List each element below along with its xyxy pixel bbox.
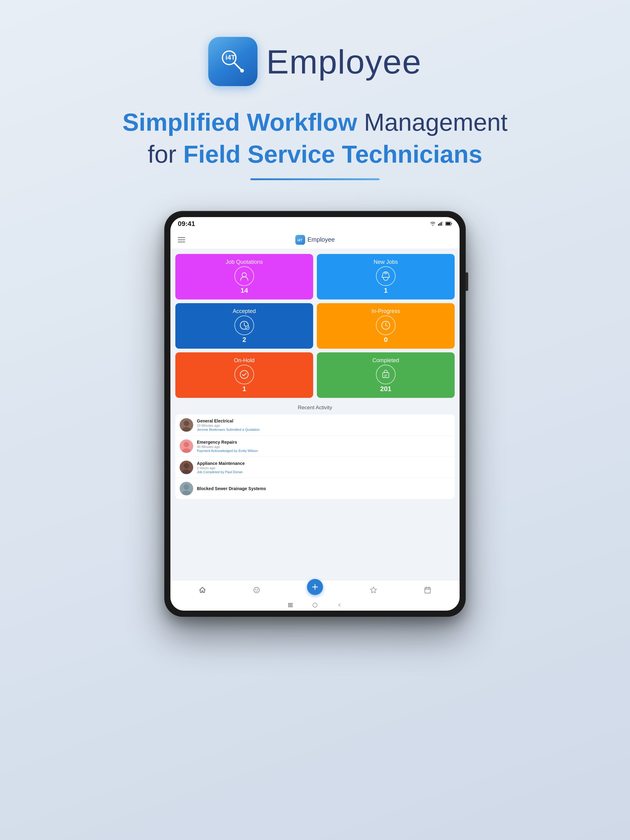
tablet-device: 09:41 — [164, 211, 466, 617]
activity-name-3: Appliance Maintenance — [197, 461, 450, 466]
activity-desc-2: Payment Acknowledged by Emily Wilson — [197, 449, 450, 453]
svg-rect-36 — [288, 606, 290, 607]
svg-rect-6 — [441, 222, 442, 226]
activity-item-4[interactable]: Blocked Sewer Drainage Systems — [175, 478, 455, 499]
avatar-1 — [180, 418, 193, 432]
app-header: i4T Employee — [171, 231, 459, 249]
activity-info-2: Emergency Repairs 40 Minutes ago Payment… — [197, 440, 450, 453]
card-new-jobs[interactable]: New Jobs 1 — [317, 254, 455, 300]
activity-time-1: 10 Minutes ago — [197, 424, 450, 427]
card-in-progress[interactable]: In-Progress 0 — [317, 303, 455, 349]
mini-app-icon: i4T — [295, 235, 305, 245]
svg-point-23 — [182, 469, 191, 474]
svg-point-27 — [255, 589, 256, 590]
activity-name-2: Emergency Repairs — [197, 440, 450, 445]
svg-point-21 — [182, 448, 191, 453]
activity-item-2[interactable]: Emergency Repairs 40 Minutes ago Payment… — [175, 436, 455, 457]
svg-point-11 — [242, 273, 246, 277]
activity-info-4: Blocked Sewer Drainage Systems — [197, 486, 450, 491]
activity-list: General Electrical 10 Minutes ago Jerome… — [175, 414, 455, 499]
svg-point-25 — [182, 491, 191, 495]
card-in-progress-title: In-Progress — [371, 308, 400, 314]
svg-rect-34 — [290, 605, 291, 606]
tablet-screen: 09:41 — [171, 217, 459, 611]
card-completed[interactable]: Completed 201 — [317, 352, 455, 398]
card-accepted[interactable]: Accepted 2 — [175, 303, 313, 349]
svg-rect-33 — [288, 605, 290, 606]
card-accepted-title: Accepted — [233, 308, 256, 314]
svg-rect-37 — [290, 606, 291, 607]
android-home[interactable] — [312, 602, 318, 608]
header-logo: i4T Employee — [295, 235, 335, 245]
activity-time-3: 2 Hours ago — [197, 466, 450, 470]
svg-text:i4T: i4T — [225, 54, 235, 61]
tagline: Simplified Workflow Management for Field… — [122, 107, 508, 169]
card-job-quotations[interactable]: Job Quotations 14 — [175, 254, 313, 300]
power-button — [466, 272, 468, 291]
card-on-hold-count: 1 — [242, 385, 246, 393]
android-home-icon — [312, 602, 318, 608]
battery-icon — [445, 221, 452, 227]
card-accepted-count: 2 — [242, 336, 246, 344]
card-completed-title: Completed — [372, 357, 399, 364]
logo-row: i4T Employee — [208, 37, 421, 86]
recents-icon — [337, 602, 342, 608]
card-job-quotations-title: Job Quotations — [225, 259, 263, 265]
android-back[interactable] — [287, 602, 293, 608]
status-time: 09:41 — [178, 220, 195, 228]
card-completed-icon — [376, 365, 396, 384]
header-section: i4T Employee Simplified Workflow Managem… — [122, 37, 508, 180]
card-accepted-icon — [234, 316, 254, 335]
svg-point-39 — [313, 603, 317, 607]
tagline-rest: Management — [357, 109, 508, 136]
app-header-title: Employee — [308, 236, 335, 243]
nav-home[interactable] — [199, 586, 206, 594]
svg-point-19 — [182, 427, 191, 432]
dashboard-row-2: Accepted 2 In-Progress — [175, 303, 455, 349]
svg-point-22 — [184, 463, 189, 469]
plus-icon — [311, 583, 319, 591]
svg-text:i4T: i4T — [298, 238, 302, 242]
card-in-progress-count: 0 — [384, 336, 388, 344]
card-new-jobs-title: New Jobs — [374, 259, 398, 265]
nav-star[interactable] — [370, 586, 377, 594]
card-on-hold[interactable]: On-Hold 1 — [175, 352, 313, 398]
app-icon: i4T — [208, 37, 258, 86]
nav-add-fab[interactable] — [307, 579, 323, 595]
card-new-jobs-icon — [376, 266, 396, 286]
nav-calendar[interactable] — [424, 586, 431, 594]
tagline-line2: for Field Service Technicians — [122, 140, 508, 169]
svg-point-12 — [385, 273, 387, 274]
avatar-4 — [180, 482, 193, 495]
svg-rect-7 — [442, 221, 443, 226]
card-on-hold-icon — [234, 365, 254, 384]
avatar-3 — [180, 461, 193, 474]
tablet-wrapper: 09:41 — [164, 211, 466, 617]
android-nav — [171, 600, 459, 611]
card-job-quotations-icon — [234, 266, 254, 286]
dashboard-row-3: On-Hold 1 Completed — [175, 352, 455, 398]
activity-info-3: Appliance Maintenance 2 Hours ago Job Co… — [197, 461, 450, 474]
activity-name-1: General Electrical — [197, 418, 450, 423]
dashboard-row-1: Job Quotations 14 New Jobs — [175, 254, 455, 300]
activity-item-3[interactable]: Appliance Maintenance 2 Hours ago Job Co… — [175, 457, 455, 478]
activity-item-1[interactable]: General Electrical 10 Minutes ago Jerome… — [175, 414, 455, 436]
activity-desc-1: Jerome Beekmans Submitted a Quotation — [197, 428, 450, 431]
svg-rect-35 — [291, 605, 293, 606]
hamburger-menu[interactable] — [178, 237, 185, 242]
svg-rect-9 — [446, 222, 450, 225]
home-icon — [199, 586, 206, 594]
wifi-icon — [430, 221, 435, 227]
svg-rect-32 — [291, 603, 293, 604]
bottom-nav — [171, 580, 459, 600]
signal-icon — [438, 221, 443, 227]
svg-rect-30 — [288, 603, 290, 604]
nav-smiley[interactable] — [253, 586, 260, 594]
svg-point-20 — [184, 442, 189, 447]
svg-point-16 — [240, 371, 248, 379]
card-job-quotations-count: 14 — [241, 287, 248, 295]
svg-point-28 — [257, 589, 258, 590]
android-recents[interactable] — [337, 602, 343, 608]
tagline-line2-bold: Field Service Technicians — [184, 141, 482, 168]
calendar-icon — [424, 586, 431, 594]
